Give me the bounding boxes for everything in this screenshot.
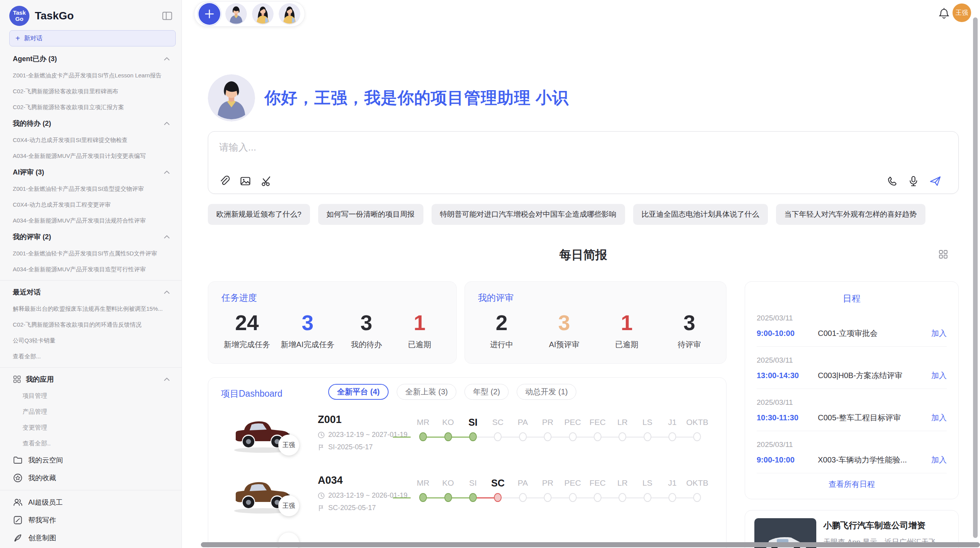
milestone-dot (668, 493, 676, 502)
recent-conversation-item[interactable]: C02-飞腾新能源轻客改款项目的闭环通告反馈情况 (0, 317, 182, 332)
sidebar-app-item[interactable]: 变更管理 (0, 420, 182, 435)
attach-file-button[interactable] (218, 175, 231, 187)
stat-value: 24 (224, 310, 270, 336)
project-code[interactable]: A034 (318, 474, 343, 486)
sidebar-section-header[interactable]: 我的待办 (2) (0, 115, 182, 132)
sidebar-app-items: 项目管理产品管理变更管理查看全部.. (0, 388, 182, 451)
recent-conversation-item[interactable]: 解释最新出台的欧盟报废车法规再生塑料比例被调至15%... (0, 301, 182, 317)
sidebar-logo-row: Task Go TaskGo (0, 4, 182, 28)
milestone-label: PA (511, 416, 535, 428)
milestone-label: LR (610, 416, 635, 428)
project-code[interactable]: Z001 (318, 414, 342, 426)
sidebar-item[interactable]: A034-全新新能源MUV产品开发项目造型可行性评审 (0, 261, 182, 277)
sidebar-item-ai-super-staff[interactable]: AI超级员工 (0, 493, 182, 511)
stat-label: 已逾期 (605, 339, 648, 350)
greeting-text: 你好，王强，我是你的项目管理助理 小识 (264, 87, 569, 109)
sidebar-item[interactable]: Z001-全新燃油皮卡产品开发项目SI节点Lesson Learn报告 (0, 67, 182, 83)
send-button[interactable] (929, 175, 942, 187)
sidebar-item-cloud-space[interactable]: 我的云空间 (0, 451, 182, 469)
stat-item: 1已逾期 (398, 310, 441, 350)
event-name: C001-立项审批会 (818, 328, 927, 339)
voice-call-button[interactable] (886, 175, 898, 187)
sidebar-item-my-apps[interactable]: 我的应用 (0, 371, 182, 388)
vertical-scrollbar[interactable] (973, 17, 978, 538)
avatar[interactable] (279, 3, 300, 25)
sidebar-item-help-me-write[interactable]: 帮我写作 (0, 511, 182, 529)
sidebar-item[interactable]: A034-全新新能源MUV产品开发项目计划变更表编写 (0, 148, 182, 164)
milestone-node[interactable]: OKTB (685, 471, 709, 502)
sidebar-recent-header[interactable]: 最近对话 (0, 284, 182, 301)
event-time: 9:00-10:00 (757, 329, 818, 338)
sidebar-app-item[interactable]: 项目管理 (0, 388, 182, 404)
sidebar-item[interactable]: A034-全新新能源MUV产品开发项目法规符合性评审 (0, 212, 182, 228)
sidebar-item[interactable]: Z001-全新燃油轻卡产品开发项目SI造型提交物评审 (0, 181, 182, 197)
input-left-toolbar (218, 175, 272, 187)
chevron-up-icon (164, 290, 170, 294)
suggestion-chip[interactable]: 如何写一份清晰的项目周报 (318, 204, 423, 225)
stat-value: 2 (480, 310, 523, 336)
horizontal-scrollbar[interactable] (201, 542, 980, 547)
sidebar-item[interactable]: Z001-全新燃油轻卡产品开发项目SI节点属性5D文件评审 (0, 245, 182, 261)
new-chat-button[interactable]: + 新对话 (9, 30, 176, 46)
milestone-label: SC (485, 477, 510, 489)
creative-drawing-label: 创意制图 (28, 533, 56, 543)
sidebar-item-favorites[interactable]: 我的收藏 (0, 469, 182, 487)
stat-label: 新增完成任务 (224, 339, 270, 350)
milestone-dot (419, 493, 427, 502)
suggestion-chip[interactable]: 欧洲新规最近颁布了什么? (208, 204, 310, 225)
project-owner-badge[interactable]: 王强 (278, 435, 299, 456)
milestone-label: J1 (660, 477, 685, 489)
stat-value: 3 (345, 310, 388, 336)
milestone-label: PEC (560, 416, 585, 428)
dashboard-projects: 王强Z0012023-12-19 ~ 2027-01-19SI-2025-05-… (208, 378, 726, 548)
insert-image-button[interactable] (239, 175, 252, 187)
sidebar-section-header[interactable]: 我的评审 (2) (0, 228, 182, 245)
suggestion-chip[interactable]: 特朗普可能对进口汽车增税会对中国车企造成哪些影响 (432, 204, 625, 225)
sidebar-item[interactable]: C0X4-动力总成开发项目SI里程碑提交物检查 (0, 132, 182, 148)
writing-icon (13, 515, 23, 525)
sidebar-section-header[interactable]: AI评审 (3) (0, 164, 182, 181)
app-logo-line2: Go (15, 16, 24, 22)
sidebar-section-header[interactable]: Agent已办 (3) (0, 50, 182, 67)
chat-input[interactable] (219, 139, 761, 156)
screenshot-scissors-button[interactable] (260, 175, 272, 187)
microphone-button[interactable] (907, 175, 920, 187)
sidebar-item-creative-drawing[interactable]: 创意制图 (0, 529, 182, 547)
sidebar-app-item[interactable]: 查看全部.. (0, 435, 182, 451)
sidebar-divider (0, 280, 182, 281)
add-conversation-button[interactable] (199, 3, 220, 25)
sidebar-collapse-button[interactable] (161, 10, 173, 21)
milestone-label: MR (411, 416, 435, 428)
briefing-layout-button[interactable] (938, 249, 948, 259)
event-name: X003-车辆动力学性能验... (818, 455, 927, 465)
avatar[interactable] (252, 3, 274, 25)
suggestion-chip[interactable]: 当下年轻人对汽车外观有怎样的喜好趋势 (776, 204, 925, 225)
recent-conversation-item[interactable]: 公司Q3轻卡销量 (0, 332, 182, 348)
sidebar-item[interactable]: C02-飞腾新能源轻客改款项目里程碑画布 (0, 83, 182, 99)
sidebar-app-item[interactable]: 产品管理 (0, 404, 182, 420)
sidebar-sections: Agent已办 (3)Z001-全新燃油皮卡产品开发项目SI节点Lesson L… (0, 50, 182, 277)
milestone-label: PA (511, 477, 535, 489)
event-join-link[interactable]: 加入 (931, 455, 947, 465)
user-avatar[interactable]: 王强 (953, 3, 971, 22)
news-title: 小鹏飞行汽车制造公司增资 (823, 520, 949, 531)
suggestion-chip[interactable]: 比亚迪全固态电池计划具体说了什么 (633, 204, 768, 225)
notifications-bell-button[interactable] (938, 8, 950, 20)
milestone-label: OKTB (685, 416, 709, 428)
sidebar-item[interactable]: C0X4-动力总成开发项目工程变更评审 (0, 197, 182, 212)
project-flag: SI-2025-05-17 (318, 443, 373, 451)
my-reviews-card: 我的评审 2进行中3AI预评审1已逾期3待评审 (464, 281, 726, 364)
recent-conversation-item[interactable]: 查看全部... (0, 348, 182, 364)
milestone-dot (644, 493, 651, 502)
sidebar-item[interactable]: C02-飞腾新能源轻客改款项目立项汇报方案 (0, 99, 182, 115)
event-join-link[interactable]: 加入 (931, 370, 947, 381)
milestone-node[interactable]: OKTB (685, 411, 709, 441)
event-join-link[interactable]: 加入 (931, 413, 947, 423)
project-owner-badge[interactable]: 王强 (278, 495, 299, 516)
chevron-up-icon (164, 57, 170, 61)
event-join-link[interactable]: 加入 (931, 328, 947, 339)
view-all-schedule-link[interactable]: 查看所有日程 (757, 473, 947, 495)
stat-item: 1已逾期 (605, 310, 648, 350)
avatar[interactable] (225, 3, 247, 25)
flag-icon (318, 505, 325, 512)
